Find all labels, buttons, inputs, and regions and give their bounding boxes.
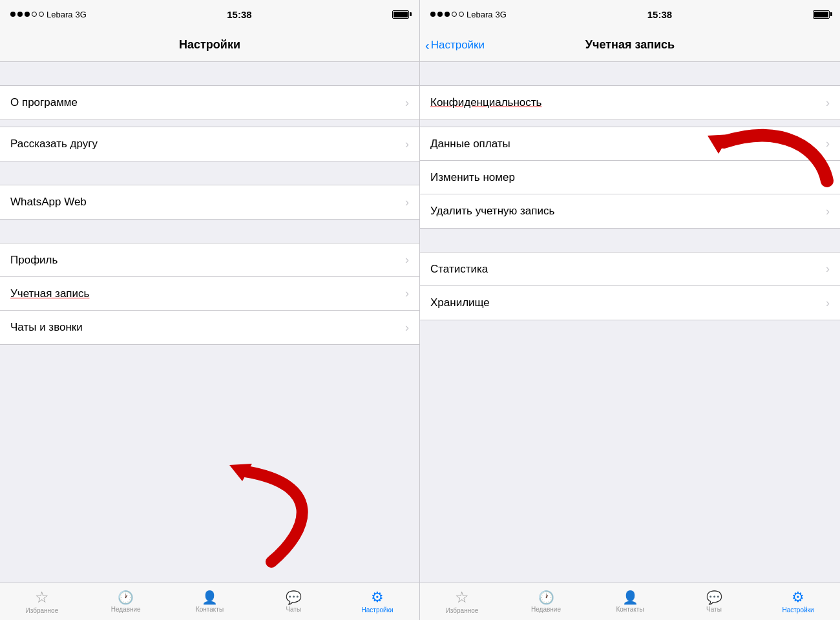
dot-4	[32, 12, 37, 17]
stats-label: Статистика	[430, 263, 488, 276]
spacer-2	[0, 120, 419, 127]
menu-item-account[interactable]: Учетная запись ›	[0, 277, 419, 311]
r-settings-icon: ⚙	[792, 590, 804, 604]
contacts-label: Контакты	[196, 606, 224, 613]
settings-icon: ⚙	[371, 590, 384, 604]
left-nav-title: Настройки	[179, 38, 240, 52]
chats-chevron: ›	[405, 321, 409, 335]
menu-item-delete-account[interactable]: Удалить учетную запись ›	[420, 194, 840, 228]
spacer-3	[0, 161, 419, 185]
right-battery-fill	[814, 12, 828, 17]
r-tab-contacts[interactable]: 👤 Контакты	[588, 583, 672, 620]
left-phone-panel: Lebara 3G 15:38 Настройки О программе ›	[0, 0, 420, 620]
account-label: Учетная запись	[10, 287, 89, 300]
menu-item-profile[interactable]: Профиль ›	[0, 243, 419, 277]
menu-item-privacy[interactable]: Конфиденциальность ›	[420, 86, 840, 119]
right-nav-title: Учетная запись	[585, 38, 675, 52]
battery-fill	[394, 12, 408, 17]
r-dot-2	[437, 12, 443, 17]
r-dot-5	[459, 12, 464, 17]
favorites-label: Избранное	[26, 607, 59, 614]
battery-icon	[392, 10, 409, 19]
spacer-4	[0, 220, 419, 243]
back-label: Настройки	[431, 39, 485, 52]
dot-3	[25, 12, 30, 17]
menu-item-about[interactable]: О программе ›	[0, 86, 419, 119]
payment-label: Данные оплаты	[430, 138, 510, 150]
r-settings-label: Настройки	[782, 606, 814, 614]
about-label: О программе	[10, 96, 78, 109]
signal-dots	[10, 12, 44, 17]
chats-tab-label: Чаты	[286, 606, 301, 613]
account-chevron: ›	[405, 287, 409, 300]
change-number-label: Изменить номер	[430, 171, 515, 184]
r-chats-tab-icon: 💬	[706, 591, 722, 604]
menu-group-2: Рассказать другу ›	[0, 127, 419, 161]
privacy-chevron: ›	[826, 96, 830, 110]
r-spacer-2	[420, 120, 840, 127]
change-number-chevron: ›	[826, 170, 830, 184]
right-carrier-label: Lebara	[467, 10, 492, 19]
right-nav-bar: ‹ Настройки Учетная запись	[420, 28, 840, 62]
chats-tab-icon: 💬	[286, 591, 302, 604]
menu-item-share[interactable]: Рассказать другу ›	[0, 127, 419, 161]
profile-label: Профиль	[10, 254, 58, 267]
delete-account-chevron: ›	[826, 205, 830, 218]
spacer-1	[0, 62, 419, 85]
profile-chevron: ›	[405, 253, 409, 267]
r-tab-recent[interactable]: 🕐 Недавние	[504, 583, 588, 620]
menu-item-storage[interactable]: Хранилище ›	[420, 286, 840, 320]
tab-recent[interactable]: 🕐 Недавние	[84, 583, 168, 620]
left-tab-bar: ☆ Избранное 🕐 Недавние 👤 Контакты 💬 Чаты…	[0, 583, 419, 620]
r-menu-group-3: Статистика › Хранилище ›	[420, 252, 840, 320]
right-content: Конфиденциальность › Данные оплаты › Изм…	[420, 62, 840, 583]
chats-label: Чаты и звонки	[10, 321, 83, 334]
whatsapp-web-label: WhatsApp Web	[10, 196, 87, 209]
right-status-left: Lebara 3G	[430, 10, 507, 19]
right-tab-bar: ☆ Избранное 🕐 Недавние 👤 Контакты 💬 Чаты…	[420, 583, 840, 620]
network-label: 3G	[75, 10, 86, 19]
privacy-label: Конфиденциальность	[430, 96, 541, 109]
status-right	[392, 10, 409, 19]
r-favorites-label: Избранное	[446, 607, 479, 614]
r-recent-icon: 🕐	[538, 591, 554, 604]
menu-item-change-number[interactable]: Изменить номер ›	[420, 161, 840, 194]
recent-label: Недавние	[111, 606, 141, 613]
r-menu-group-2: Данные оплаты › Изменить номер › Удалить…	[420, 127, 840, 229]
menu-item-stats[interactable]: Статистика ›	[420, 253, 840, 286]
r-recent-label: Недавние	[531, 606, 561, 613]
r-tab-chats[interactable]: 💬 Чаты	[672, 583, 756, 620]
right-phone-panel: Lebara 3G 15:38 ‹ Настройки Учетная запи…	[420, 0, 840, 620]
menu-item-payment[interactable]: Данные оплаты ›	[420, 127, 840, 161]
menu-item-whatsapp-web[interactable]: WhatsApp Web ›	[0, 185, 419, 219]
tab-chats[interactable]: 💬 Чаты	[251, 583, 335, 620]
r-dot-1	[430, 12, 436, 17]
r-favorites-icon: ☆	[455, 590, 469, 605]
back-button[interactable]: ‹ Настройки	[425, 39, 485, 52]
settings-label: Настройки	[362, 606, 394, 614]
r-tab-favorites[interactable]: ☆ Избранное	[420, 583, 504, 620]
right-time-label: 15:38	[647, 9, 672, 20]
right-status-bar: Lebara 3G 15:38	[420, 0, 840, 28]
left-nav-bar: Настройки	[0, 28, 419, 62]
r-tab-settings[interactable]: ⚙ Настройки	[756, 583, 840, 620]
left-status-left: Lebara 3G	[10, 10, 87, 19]
tab-favorites[interactable]: ☆ Избранное	[0, 583, 84, 620]
left-status-bar: Lebara 3G 15:38	[0, 0, 419, 28]
right-network-label: 3G	[495, 10, 506, 19]
r-contacts-label: Контакты	[616, 606, 644, 613]
r-spacer-3	[420, 229, 840, 252]
r-menu-group-1: Конфиденциальность ›	[420, 85, 840, 120]
tab-contacts[interactable]: 👤 Контакты	[168, 583, 252, 620]
tab-settings[interactable]: ⚙ Настройки	[335, 583, 419, 620]
whatsapp-web-chevron: ›	[405, 196, 409, 209]
carrier-label: Lebara	[47, 10, 72, 19]
right-status-right	[813, 10, 830, 19]
menu-item-chats[interactable]: Чаты и звонки ›	[0, 311, 419, 344]
share-chevron: ›	[405, 138, 409, 151]
left-content: О программе › Рассказать другу › WhatsAp…	[0, 62, 419, 583]
menu-group-1: О программе ›	[0, 85, 419, 120]
back-chevron-icon: ‹	[425, 39, 430, 52]
share-label: Рассказать другу	[10, 138, 98, 150]
r-dot-3	[445, 12, 450, 17]
